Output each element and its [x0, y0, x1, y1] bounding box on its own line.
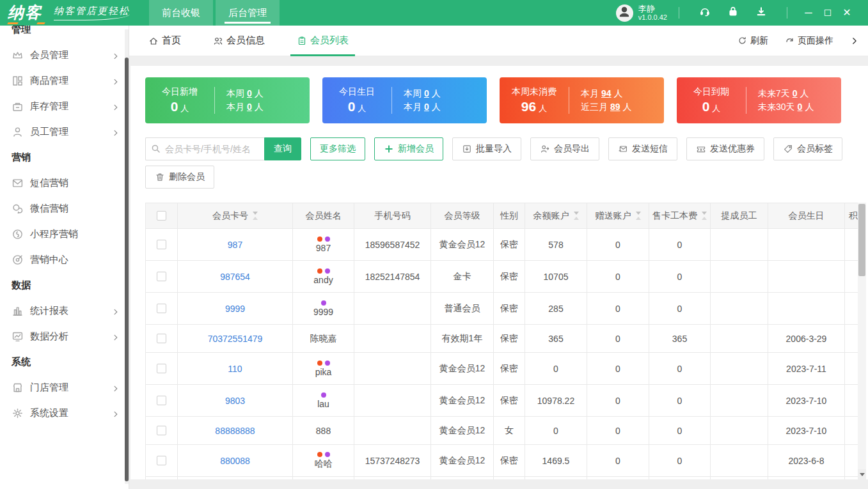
stat-value[interactable]: 0	[798, 102, 803, 112]
tab-member-list[interactable]: 会员列表	[294, 26, 351, 56]
member-card-link[interactable]: 88888888	[215, 426, 255, 436]
send-coupon-button[interactable]: 发送优惠券	[686, 137, 764, 160]
column-header: 售卡工本费	[649, 203, 711, 229]
empty-cell	[845, 477, 858, 480]
sort-icon[interactable]	[253, 212, 258, 220]
maximize-button[interactable]: ☐	[818, 0, 837, 26]
row-checkbox[interactable]	[157, 364, 166, 373]
stat-card-detail: 本周0人本月0人	[215, 86, 310, 115]
sidebar-item-sms-marketing[interactable]: 短信营销	[0, 170, 129, 196]
table-scrollbar-thumb[interactable]	[858, 204, 865, 276]
member-card-link[interactable]: 987654	[220, 272, 250, 282]
sidebar-item-member-mgmt[interactable]: 会员管理	[0, 42, 129, 68]
add-member-button[interactable]: 新增会员	[374, 137, 443, 160]
member-card-link[interactable]: 9803	[225, 396, 245, 406]
sort-icon[interactable]	[702, 212, 707, 220]
stat-value[interactable]: 0	[424, 102, 429, 112]
stat-value[interactable]: 0	[247, 102, 252, 112]
row-checkbox[interactable]	[157, 426, 166, 435]
nav-tab-backoffice[interactable]: 后台管理	[216, 0, 280, 26]
member-name-cell: andy	[293, 261, 354, 293]
card-fee-cell: 0	[649, 445, 711, 477]
nav-tab-frontdesk[interactable]: 前台收银	[149, 0, 213, 26]
search-input[interactable]	[145, 137, 264, 160]
sidebar-item-inventory-mgmt[interactable]: 库存管理	[0, 93, 129, 119]
sidebar-item-miniprogram-marketing[interactable]: 小程序营销	[0, 221, 129, 247]
stat-value[interactable]: 94	[601, 88, 612, 98]
sidebar-item-store-mgmt[interactable]: 门店管理	[0, 375, 129, 400]
member-name: 陈晓嘉	[293, 333, 354, 345]
minimize-button[interactable]: ─	[799, 0, 818, 26]
support-icon[interactable]	[698, 6, 711, 19]
sort-caret-up	[574, 217, 579, 220]
column-header-label: 性别	[500, 210, 518, 222]
row-checkbox[interactable]	[157, 304, 166, 313]
tag-dot-purple	[321, 300, 326, 306]
table-scrollbar[interactable]	[858, 203, 866, 479]
member-card-link[interactable]: 9999	[225, 304, 245, 314]
empty-cell	[587, 477, 649, 480]
sidebar-item-product-mgmt[interactable]: 商品管理	[0, 68, 129, 93]
member-card-link[interactable]: 70372551479	[208, 334, 263, 344]
member-card-link[interactable]: 880088	[220, 456, 250, 466]
sort-icon[interactable]	[636, 212, 641, 220]
phone-cell	[354, 293, 431, 325]
more-filter-button[interactable]: 更多筛选	[310, 137, 365, 160]
sidebar-item-wechat-marketing[interactable]: 微信营销	[0, 196, 129, 221]
stat-card-main: 今日生日0人	[322, 86, 391, 114]
row-checkbox[interactable]	[157, 396, 166, 405]
stat-value[interactable]: 0	[247, 88, 252, 98]
sidebar-item-staff-mgmt[interactable]: 员工管理	[0, 119, 129, 144]
tag-dot-purple	[325, 268, 330, 274]
lock-icon[interactable]	[727, 6, 739, 19]
row-checkbox[interactable]	[157, 240, 166, 249]
sidebar-scrollbar[interactable]	[125, 29, 129, 484]
table-row: 9803lau黄金会员12保密10978.22002023-7-10	[146, 385, 858, 417]
member-name: pika	[293, 367, 354, 377]
sort-caret-down	[574, 212, 579, 215]
row-checkbox[interactable]	[157, 456, 166, 465]
stat-value[interactable]: 89	[610, 102, 620, 112]
page-ops-expand-icon[interactable]	[850, 36, 859, 45]
home-icon	[148, 36, 159, 46]
member-card-link[interactable]: 987	[228, 240, 242, 250]
member-card-link[interactable]: 110	[228, 364, 242, 374]
sort-icon[interactable]	[574, 212, 579, 220]
stat-value[interactable]: 0	[793, 88, 798, 98]
page-tab-label: 会员列表	[310, 35, 349, 47]
empty-cell	[494, 477, 525, 480]
sort-caret-up	[636, 217, 641, 220]
member-tag-button[interactable]: 会员标签	[773, 137, 842, 160]
stat-card-detail-row: 本周0人	[226, 88, 310, 100]
member-export-button[interactable]: 会员导出	[530, 137, 599, 160]
sidebar-item-stats-report[interactable]: 统计报表	[0, 298, 129, 323]
table-row: 987654andy18252147854金卡保密1070500	[146, 261, 858, 293]
batch-import-button[interactable]: 批量导入	[452, 137, 521, 160]
row-checkbox[interactable]	[157, 272, 166, 281]
close-button[interactable]: ✕	[837, 0, 856, 26]
birthday-cell: 2023-7-10	[768, 417, 845, 445]
staff-icon	[12, 126, 24, 138]
refresh-action[interactable]: 刷新	[738, 35, 768, 47]
sidebar-item-marketing-center[interactable]: 营销中心	[0, 247, 129, 272]
delete-member-button[interactable]: 删除会员	[145, 166, 214, 189]
toolbar-row1: 查询 更多筛选新增会员批量导入会员导出发送短信发送优惠券会员标签	[145, 137, 865, 160]
row-checkbox[interactable]	[157, 334, 166, 343]
send-sms-button[interactable]: 发送短信	[608, 137, 677, 160]
sidebar-scrollbar-thumb[interactable]	[125, 58, 129, 481]
avatar[interactable]	[616, 4, 633, 22]
page-ops-action[interactable]: 页面操作	[785, 35, 833, 47]
refresh-icon	[738, 36, 747, 45]
query-button[interactable]: 查询	[264, 137, 301, 160]
tab-home[interactable]: 首页	[146, 26, 184, 56]
stat-value[interactable]: 0	[424, 88, 429, 98]
stat-card-count: 0人	[677, 99, 746, 114]
phone-cell	[354, 353, 431, 385]
tag-icon	[783, 144, 793, 154]
sidebar-item-data-analysis[interactable]: 数据分析	[0, 323, 129, 349]
download-icon[interactable]	[755, 6, 768, 19]
sidebar-item-system-settings[interactable]: 系统设置	[0, 400, 129, 426]
tab-member-info[interactable]: 会员信息	[210, 26, 267, 56]
table-scrollbar-down-arrow[interactable]	[858, 469, 866, 479]
select-all-checkbox[interactable]	[157, 211, 166, 221]
